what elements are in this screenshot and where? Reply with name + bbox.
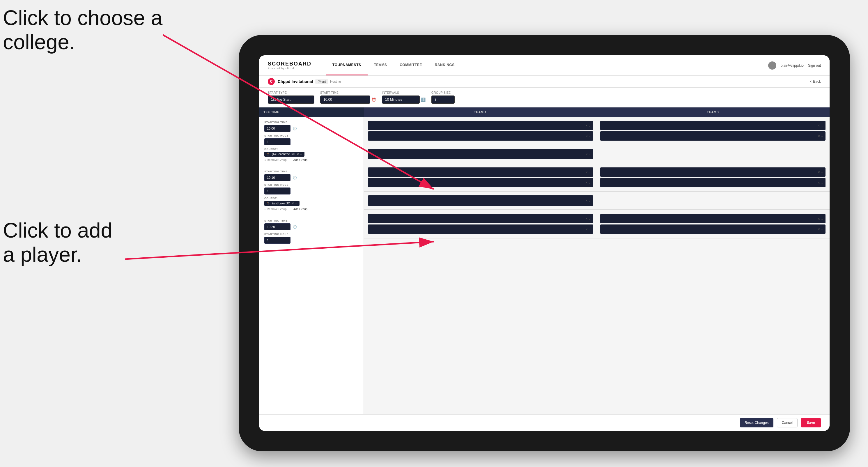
player-row-2: ✕ ⌄ ✕ ⌄ ✕ ⌄	[364, 163, 830, 192]
user-avatar	[768, 61, 776, 70]
start-type-label: Start Type	[268, 91, 314, 94]
player-slot-t2r3s2[interactable]: ✕ ⌄	[600, 224, 826, 234]
cancel-button[interactable]: Cancel	[777, 418, 798, 427]
slot-icons: ✕ ⌄	[818, 134, 823, 138]
team1-course-slots-2: ✕ ⌄	[366, 194, 597, 207]
add-group-link-1[interactable]: + Add Group	[291, 158, 307, 162]
slot-icons: ✕ ⌄	[585, 228, 591, 231]
team1-slots-3: ✕ ⌄ ✕ ⌄	[366, 213, 597, 235]
start-time-group: Start Time ⏰	[320, 91, 376, 104]
player-slot-t2r2s2[interactable]: ✕ ⌄	[600, 178, 826, 187]
starting-time-label-3: STARTING TIME:	[264, 219, 358, 222]
reset-changes-button[interactable]: Reset Changes	[740, 418, 773, 427]
tournament-name: Clippd Invitational	[278, 79, 313, 84]
starting-hole-select-3[interactable]: 1 10	[264, 237, 290, 244]
tablet-frame: SCOREBOARD Powered by clippd TOURNAMENTS…	[239, 35, 850, 451]
start-time-label: Start Time	[320, 91, 376, 94]
info-icon: ℹ️	[421, 97, 426, 102]
slot-icons: ✕ ⌄	[818, 181, 823, 184]
tab-rankings[interactable]: RANKINGS	[429, 55, 461, 75]
course-row-1: ✕ ⌄	[364, 145, 830, 163]
starting-time-field-3: 🕐	[264, 223, 358, 230]
intervals-select[interactable]: 10 Minutes 8 Minutes 12 Minutes	[382, 95, 420, 104]
player-slot-t1r3s2[interactable]: ✕ ⌄	[368, 224, 593, 234]
player-slot-t1r2s2[interactable]: ✕ ⌄	[368, 178, 593, 187]
group-size-select[interactable]: 3 4 2	[431, 95, 455, 104]
start-type-select[interactable]: 1st Tee Start Shotgun Start	[268, 95, 314, 104]
starting-hole-select-2[interactable]: 1 10	[264, 187, 290, 194]
player-slot-t1r1s1[interactable]: ✕ ⌄	[368, 121, 593, 130]
save-button[interactable]: Save	[801, 418, 821, 427]
group-size-label: Group Size	[431, 91, 455, 94]
remove-group-link-1[interactable]: ○ Remove Group	[264, 158, 287, 162]
annotation-top: Click to choose a college.	[3, 6, 162, 54]
back-button[interactable]: < Back	[810, 80, 821, 84]
tee-time-row-2: STARTING TIME: 🕐 STARTING HOLE: 1 10	[259, 166, 364, 215]
player-row-3: ✕ ⌄ ✕ ⌄ ✕ ⌄	[364, 210, 830, 239]
team2-slots-1: ✕ ⌄ ✕ ⌄	[597, 120, 827, 142]
team2-course-slots-1	[597, 148, 827, 160]
player-slot-c1r1s1[interactable]: ✕ ⌄	[368, 149, 593, 159]
course-tag-remove-1[interactable]: ✕ ⌄	[297, 153, 302, 156]
starting-hole-field-3: 1 10	[264, 237, 358, 244]
starting-hole-field-1: 1 10	[264, 138, 358, 145]
slot-icons: ✕ ⌄	[585, 170, 591, 174]
starting-time-field-1: 🕐	[264, 125, 358, 132]
slot-icons: ✕ ⌄	[818, 170, 823, 174]
slot-icons: ✕ ⌄	[585, 217, 591, 220]
sign-out-link[interactable]: Sign out	[808, 63, 821, 67]
tablet-screen: SCOREBOARD Powered by clippd TOURNAMENTS…	[259, 55, 830, 431]
slot-icons: ✕ ⌄	[818, 228, 823, 231]
form-controls: Start Type 1st Tee Start Shotgun Start S…	[259, 88, 830, 107]
add-group-link-2[interactable]: + Add Group	[291, 208, 307, 211]
group-size-group: Group Size 3 4 2	[431, 91, 455, 104]
slot-icons: ✕ ⌄	[818, 217, 823, 220]
player-slot-t1r3s1[interactable]: ✕ ⌄	[368, 214, 593, 223]
starting-hole-select-1[interactable]: 1 10	[264, 138, 290, 145]
starting-time-input-2[interactable]	[264, 174, 290, 181]
intervals-group: Intervals 10 Minutes 8 Minutes 12 Minute…	[382, 91, 426, 104]
annotation-middle: Click to add a player.	[3, 218, 112, 267]
course-tag-remove-2[interactable]: ✕ ⌄	[292, 202, 297, 205]
tab-committee[interactable]: COMMITTEE	[393, 55, 429, 75]
clippd-logo: C	[268, 78, 275, 85]
table-body-wrapper: STARTING TIME: 🕐 STARTING HOLE: 1 10	[259, 117, 830, 414]
tab-teams[interactable]: TEAMS	[368, 55, 394, 75]
team2-slots-3: ✕ ⌄ ✕ ⌄	[597, 213, 827, 235]
slot-icons: ✕ ⌄	[585, 181, 591, 184]
header-right: blair@clippd.io Sign out	[768, 61, 821, 70]
start-time-input[interactable]	[320, 95, 370, 104]
player-slot-t2r1s1[interactable]: ✕ ⌄	[600, 121, 826, 130]
player-slot-c2r1s1[interactable]: ✕ ⌄	[368, 195, 593, 206]
course-tag-icon-2: 🏌️	[267, 202, 270, 205]
tee-time-row-1: STARTING TIME: 🕐 STARTING HOLE: 1 10	[259, 117, 364, 166]
player-slot-t2r2s1[interactable]: ✕ ⌄	[600, 167, 826, 177]
starting-hole-label-1: STARTING HOLE:	[264, 134, 358, 137]
player-slot-t2r1s2[interactable]: ✕ ⌄	[600, 131, 826, 141]
slot-icons: ✕ ⌄	[818, 124, 823, 127]
player-slot-t2r3s1[interactable]: ✕ ⌄	[600, 214, 826, 223]
table-header: Tee Time Team 1 Team 2	[259, 107, 830, 117]
player-slot-t1r2s1[interactable]: ✕ ⌄	[368, 167, 593, 177]
logo-title: SCOREBOARD	[268, 61, 311, 67]
team1-slots-1: ✕ ⌄ ✕ ⌄	[366, 120, 597, 142]
course-tag-icon-1: 🏌️	[267, 153, 270, 156]
starting-time-field-2: 🕐	[264, 174, 358, 181]
clock-icon-1: 🕐	[293, 127, 297, 130]
starting-time-input-1[interactable]	[264, 125, 290, 132]
clock-icon: ⏰	[371, 97, 376, 102]
starting-time-input-3[interactable]	[264, 223, 290, 230]
action-row-1: ○ Remove Group + Add Group	[264, 158, 358, 162]
team1-slots-2: ✕ ⌄ ✕ ⌄	[366, 166, 597, 188]
remove-group-link-2[interactable]: ○ Remove Group	[264, 208, 287, 211]
player-slot-t1r1s2[interactable]: ✕ ⌄	[368, 131, 593, 141]
left-sidebar: STARTING TIME: 🕐 STARTING HOLE: 1 10	[259, 117, 364, 414]
team2-course-slots-2	[597, 194, 827, 207]
hosting-label: Hosting	[330, 80, 341, 83]
team1-course-slots-1: ✕ ⌄	[366, 148, 597, 160]
slot-icons: ✕ ⌄	[585, 134, 591, 138]
course-tag-1[interactable]: 🏌️ (A) Peachtree GC ✕ ⌄	[264, 152, 305, 157]
course-tag-2[interactable]: 🏌️ East Lake GC ✕ ⌄	[264, 201, 300, 206]
tab-tournaments[interactable]: TOURNAMENTS	[326, 55, 368, 75]
clock-icon-3: 🕐	[293, 225, 297, 229]
